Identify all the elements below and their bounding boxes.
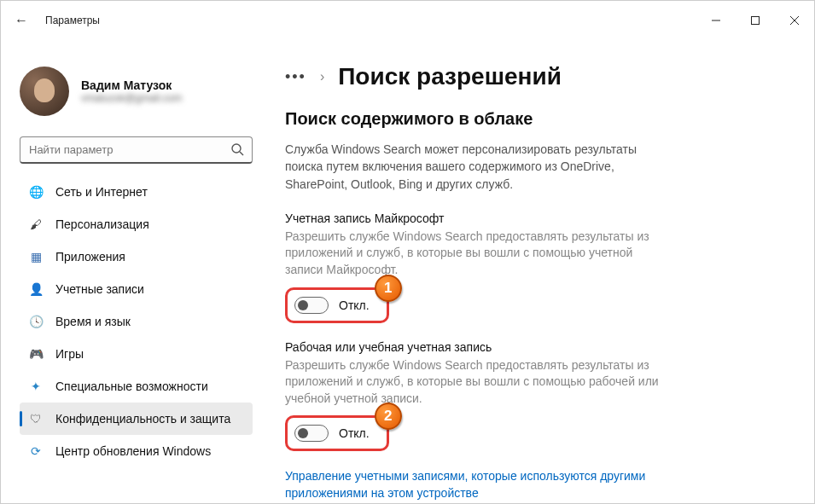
search-input[interactable]	[20, 136, 253, 164]
setting-block: Учетная запись МайкрософтРазрешить служб…	[285, 211, 780, 323]
sidebar-item-label: Персонализация	[55, 217, 149, 231]
annotation-badge: 2	[375, 403, 402, 430]
svg-point-4	[232, 144, 241, 153]
setting-label: Учетная запись Майкрософт	[285, 211, 780, 225]
privacy-icon: 🛡	[28, 411, 44, 426]
sidebar-item-label: Центр обновления Windows	[55, 444, 211, 458]
toggle-switch[interactable]	[294, 425, 329, 442]
chevron-right-icon: ›	[320, 69, 324, 84]
page-title: Поиск разрешений	[338, 63, 562, 90]
sidebar-item-time-language[interactable]: 🕓Время и язык	[20, 305, 253, 338]
breadcrumb: ••• › Поиск разрешений	[285, 63, 780, 90]
network-icon: 🌐	[28, 184, 44, 200]
sidebar-item-accounts[interactable]: 👤Учетные записи	[20, 273, 253, 305]
apps-icon: ▦	[28, 249, 44, 264]
personalization-icon: 🖌	[28, 217, 44, 232]
profile-block[interactable]: Вадим Матузок vmatuzok@gmail.com	[20, 39, 253, 131]
setting-label: Рабочая или учебная учетная запись	[285, 340, 780, 354]
accessibility-icon: ✦	[28, 379, 44, 394]
app-title: Параметры	[45, 14, 100, 26]
toggle-highlight: Откл.2	[285, 415, 389, 451]
sidebar-item-update[interactable]: ⟳Центр обновления Windows	[20, 435, 253, 467]
profile-name: Вадим Матузок	[81, 78, 182, 92]
sidebar-item-label: Время и язык	[55, 315, 131, 328]
annotation-badge: 1	[375, 275, 402, 302]
sidebar-item-label: Конфиденциальность и защита	[55, 412, 230, 426]
sidebar-item-label: Сеть и Интернет	[55, 185, 148, 199]
sidebar-item-label: Приложения	[55, 250, 125, 264]
toggle-state-label: Откл.	[339, 298, 370, 312]
minimize-button[interactable]	[696, 4, 736, 37]
section-desc: Служба Windows Search может персонализир…	[285, 141, 652, 193]
sidebar-item-label: Учетные записи	[55, 282, 144, 296]
setting-desc: Разрешить службе Windows Search предоста…	[285, 229, 661, 279]
profile-email: vmatuzok@gmail.com	[81, 92, 182, 104]
gaming-icon: 🎮	[28, 346, 44, 362]
sidebar-item-accessibility[interactable]: ✦Специальные возможности	[20, 370, 253, 403]
toggle-state-label: Откл.	[339, 426, 370, 440]
svg-rect-1	[752, 16, 760, 24]
breadcrumb-more-icon[interactable]: •••	[285, 68, 306, 86]
search-icon	[230, 142, 244, 156]
toggle-highlight: Откл.1	[285, 287, 389, 323]
sidebar-item-personalization[interactable]: 🖌Персонализация	[20, 208, 253, 240]
sidebar-item-label: Специальные возможности	[55, 379, 208, 393]
avatar	[20, 67, 69, 116]
toggle-switch[interactable]	[294, 297, 329, 314]
close-button[interactable]	[775, 4, 814, 37]
sidebar-item-label: Игры	[55, 347, 84, 361]
sidebar-item-apps[interactable]: ▦Приложения	[20, 240, 253, 273]
setting-block: Рабочая или учебная учетная записьРазреш…	[285, 340, 780, 452]
back-button[interactable]: ←	[15, 13, 35, 28]
accounts-icon: 👤	[28, 281, 44, 297]
time-language-icon: 🕓	[28, 314, 44, 329]
manage-accounts-link[interactable]: Управление учетными записями, которые ис…	[285, 468, 661, 501]
titlebar: ← Параметры	[1, 1, 814, 39]
search-wrapper	[20, 136, 253, 164]
nav-list: 🌐Сеть и Интернет🖌Персонализация▦Приложен…	[20, 176, 253, 467]
sidebar-item-gaming[interactable]: 🎮Игры	[20, 338, 253, 370]
section-title: Поиск содержимого в облаке	[285, 109, 780, 129]
maximize-button[interactable]	[736, 4, 775, 37]
setting-desc: Разрешить службе Windows Search предоста…	[285, 357, 661, 408]
update-icon: ⟳	[28, 443, 44, 459]
sidebar-item-network[interactable]: 🌐Сеть и Интернет	[20, 176, 253, 208]
window-controls	[696, 4, 814, 37]
sidebar: Вадим Матузок vmatuzok@gmail.com 🌐Сеть и…	[1, 39, 261, 503]
svg-line-5	[240, 152, 243, 155]
sidebar-item-privacy[interactable]: 🛡Конфиденциальность и защита	[20, 403, 253, 435]
content: ••• › Поиск разрешений Поиск содержимого…	[261, 39, 814, 503]
